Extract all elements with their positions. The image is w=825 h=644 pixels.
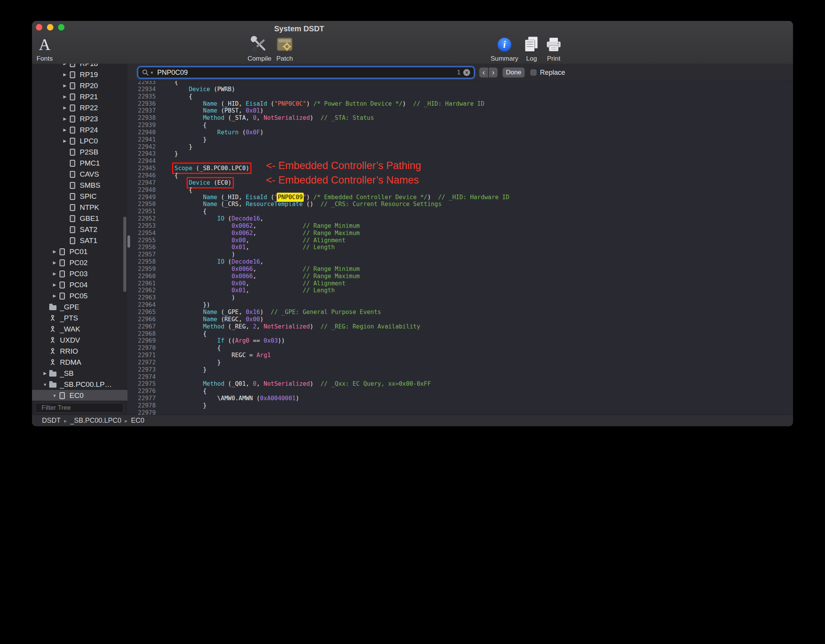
sidebar-item-rp24[interactable]: ▶RP24: [32, 124, 127, 135]
disclosure-closed-icon[interactable]: ▶: [61, 94, 69, 99]
disclosure-closed-icon[interactable]: ▶: [51, 271, 58, 276]
print-button[interactable]: Print: [538, 35, 570, 63]
sidebar-item-uxdv[interactable]: UXDV: [32, 335, 127, 346]
annotation-text: <- Embedded Controller’s Pathing: [266, 162, 421, 169]
code-token: (_Q01,: [224, 380, 253, 387]
sidebar-item-sat2[interactable]: SAT2: [32, 224, 127, 235]
disclosure-closed-icon[interactable]: ▶: [61, 64, 69, 66]
disclosure-closed-icon[interactable]: ▶: [51, 260, 58, 265]
replace-checkbox[interactable]: [530, 69, 537, 76]
disclosure-closed-icon[interactable]: ▶: [51, 282, 58, 287]
search-field[interactable]: ▼ 1 ×: [138, 67, 474, 78]
breadcrumb-item[interactable]: EC0: [131, 417, 144, 425]
sidebar-item-rp19[interactable]: ▶RP19: [32, 69, 127, 80]
code-editor[interactable]: 22933 {22934 Device (PWRB)22935 {22936 N…: [127, 81, 793, 415]
code-token: REGC =: [160, 352, 256, 359]
disclosure-closed-icon[interactable]: ▶: [61, 72, 69, 77]
sidebar-item-p2sb[interactable]: P2SB: [32, 147, 127, 158]
code-text: 0x01, // Length: [156, 287, 335, 294]
editor-pane: ▼ 1 × ‹ › Done Replace 22933 {22934: [127, 64, 793, 415]
summary-label: Summary: [491, 55, 519, 63]
disclosure-closed-icon[interactable]: ▶: [61, 116, 69, 121]
sidebar-item-pc02[interactable]: ▶PC02: [32, 257, 127, 268]
breadcrumb-item[interactable]: DSDT: [42, 417, 61, 425]
sidebar-item-smbs[interactable]: SMBS: [32, 180, 127, 191]
sidebar-item-ec0[interactable]: ▼EC0: [32, 390, 127, 401]
sidebar-item--gpe[interactable]: _GPE: [32, 301, 127, 312]
sidebar-item-spic[interactable]: SPIC: [32, 191, 127, 202]
disclosure-closed-icon[interactable]: ▶: [51, 293, 58, 298]
doc-icon: [69, 193, 76, 200]
zoom-button[interactable]: [58, 24, 64, 31]
sidebar-item-rp18[interactable]: ▶RP18: [32, 64, 127, 69]
doc-icon: [69, 82, 76, 89]
code-token: Device: [189, 179, 210, 186]
sidebar-item-sat1[interactable]: SAT1: [32, 235, 127, 246]
code-token: (: [267, 194, 274, 201]
line-number: 22947: [127, 179, 156, 187]
clear-search-icon[interactable]: ×: [463, 69, 470, 76]
sidebar-item-pc01[interactable]: ▶PC01: [32, 246, 127, 257]
code-token: )): [278, 337, 285, 344]
previous-match-button[interactable]: ‹: [479, 68, 488, 77]
sidebar-item-gbe1[interactable]: GBE1: [32, 213, 127, 224]
sidebar-item-ntpk[interactable]: NTPK: [32, 202, 127, 213]
code-token: [160, 230, 232, 237]
sidebar-item-pc05[interactable]: ▶PC05: [32, 290, 127, 301]
disclosure-closed-icon[interactable]: ▶: [61, 138, 69, 143]
sidebar-scrollbar[interactable]: [123, 217, 126, 292]
close-button[interactable]: [36, 24, 42, 31]
sidebar-item--pts[interactable]: _PTS: [32, 312, 127, 324]
sidebar-item-label: RP23: [80, 115, 98, 123]
sidebar-item-rp20[interactable]: ▶RP20: [32, 80, 127, 91]
sidebar-item-cavs[interactable]: CAVS: [32, 169, 127, 180]
line-number: 22965: [127, 309, 156, 316]
folder-icon: [49, 381, 56, 388]
code-text: }): [156, 301, 210, 309]
patch-button[interactable]: Patch: [269, 35, 301, 63]
code-token: ,: [253, 222, 303, 229]
find-nav: ‹ ›: [479, 68, 498, 77]
disclosure-closed-icon[interactable]: ▶: [51, 249, 58, 254]
sidebar-item-rp22[interactable]: ▶RP22: [32, 102, 127, 113]
code-text: 0x01, // Length: [156, 244, 335, 251]
sidebar-item-pc04[interactable]: ▶PC04: [32, 279, 127, 290]
disclosure-closed-icon[interactable]: ▶: [61, 83, 69, 88]
code-token: (_STA,: [224, 114, 253, 121]
sidebar-item--sb[interactable]: ▶_SB: [32, 368, 127, 379]
breadcrumb-item[interactable]: _SB.PC00.LPC0: [70, 417, 121, 425]
code-token: // _HID: Hardware ID: [438, 194, 509, 201]
code-token: ,: [253, 230, 303, 237]
fonts-button[interactable]: A Fonts: [32, 35, 61, 63]
disclosure-closed-icon[interactable]: ▶: [61, 105, 69, 110]
code-token: [160, 316, 203, 323]
next-match-button[interactable]: ›: [489, 68, 498, 77]
sidebar-item-rp21[interactable]: ▶RP21: [32, 91, 127, 102]
done-button[interactable]: Done: [503, 68, 525, 77]
disclosure-closed-icon[interactable]: ▶: [61, 127, 69, 132]
minimize-button[interactable]: [47, 24, 53, 31]
sidebar-item-lpc0[interactable]: ▶LPC0: [32, 135, 127, 147]
sidebar-item-label: SMBS: [80, 181, 100, 190]
disclosure-open-icon[interactable]: ▼: [51, 393, 58, 398]
disclosure-closed-icon[interactable]: ▶: [41, 371, 49, 376]
code-token: ,: [253, 266, 303, 272]
filter-field[interactable]: [35, 403, 124, 413]
sidebar-item-rp23[interactable]: ▶RP23: [32, 113, 127, 124]
sidebar-item--wak[interactable]: _WAK: [32, 324, 127, 335]
sidebar-item-rdma[interactable]: RDMA: [32, 357, 127, 368]
crumb-separator-icon: ▸: [64, 418, 67, 424]
code-text: 0x0066, // Range Minimum: [156, 266, 360, 273]
sidebar-item-rrio[interactable]: RRIO: [32, 346, 127, 357]
search-scope-chevron-icon[interactable]: ▼: [150, 71, 154, 75]
code-line: 22965 Name (_GPE, 0x16) // _GPE: General…: [127, 309, 793, 316]
sidebar-item--sb-pc00-lp-[interactable]: ▼_SB.PC00.LP…: [32, 379, 127, 390]
doc-icon: [69, 160, 76, 167]
sidebar-item-pmc1[interactable]: PMC1: [32, 158, 127, 169]
disclosure-open-icon[interactable]: ▼: [41, 382, 49, 387]
filter-tree-input[interactable]: [41, 404, 127, 412]
code-line: 22949 Name (_HID, EisaId ("PNP0C09") /* …: [127, 194, 793, 201]
doc-icon: [69, 64, 76, 67]
find-input[interactable]: [156, 68, 454, 77]
sidebar-item-pc03[interactable]: ▶PC03: [32, 268, 127, 279]
